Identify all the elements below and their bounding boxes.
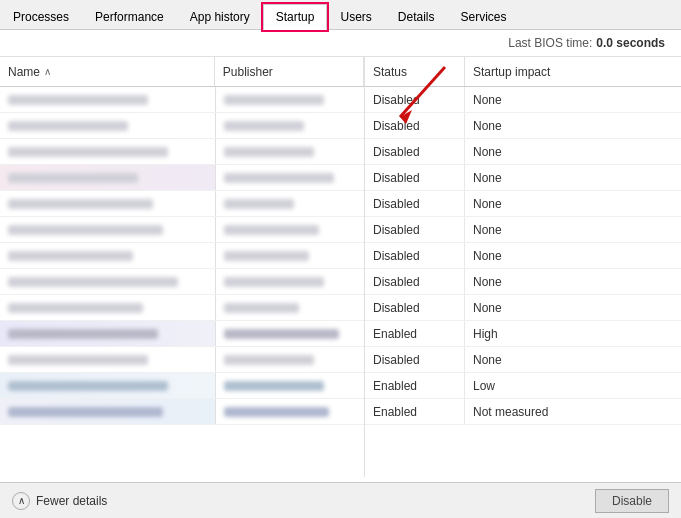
tab-users[interactable]: Users — [327, 3, 384, 29]
blur-row — [0, 347, 364, 373]
left-panel: Name ∧ Publisher — [0, 57, 365, 477]
cell-impact: High — [465, 321, 681, 346]
tab-performance[interactable]: Performance — [82, 3, 177, 29]
table-container: Name ∧ Publisher — [0, 57, 681, 477]
blur-row — [0, 373, 364, 399]
right-col-headers: Status Startup impact — [365, 57, 681, 87]
disable-button[interactable]: Disable — [595, 489, 669, 513]
status-bar: ∧ Fewer details Disable — [0, 482, 681, 518]
table-row[interactable]: Disabled None — [365, 347, 681, 373]
fewer-details-icon: ∧ — [12, 492, 30, 510]
cell-status: Disabled — [365, 243, 465, 268]
sort-arrow-icon: ∧ — [44, 66, 51, 77]
main-content: Last BIOS time: 0.0 seconds Name ∧ Publi… — [0, 30, 681, 482]
cell-status: Disabled — [365, 87, 465, 112]
col-status-header[interactable]: Status — [365, 57, 465, 86]
blur-row — [0, 269, 364, 295]
cell-status: Disabled — [365, 347, 465, 372]
cell-impact: None — [465, 87, 681, 112]
table-row[interactable]: Disabled None — [365, 269, 681, 295]
cell-status: Disabled — [365, 217, 465, 242]
cell-impact: None — [465, 191, 681, 216]
tab-details[interactable]: Details — [385, 3, 448, 29]
table-row[interactable]: Disabled None — [365, 243, 681, 269]
tab-bar: Processes Performance App history Startu… — [0, 0, 681, 30]
cell-impact: None — [465, 243, 681, 268]
cell-status: Disabled — [365, 191, 465, 216]
cell-status: Disabled — [365, 269, 465, 294]
tab-app-history[interactable]: App history — [177, 3, 263, 29]
cell-status: Disabled — [365, 113, 465, 138]
cell-status: Enabled — [365, 399, 465, 424]
col-impact-header[interactable]: Startup impact — [465, 57, 681, 86]
right-panel: Status Startup impact Disabled None Disa… — [365, 57, 681, 477]
cell-impact: None — [465, 139, 681, 164]
cell-impact: None — [465, 295, 681, 320]
cell-impact: None — [465, 113, 681, 138]
tab-startup[interactable]: Startup — [263, 4, 328, 30]
blur-row — [0, 139, 364, 165]
cell-impact: None — [465, 269, 681, 294]
fewer-details-button[interactable]: ∧ Fewer details — [12, 492, 107, 510]
cell-impact: Low — [465, 373, 681, 398]
blur-row — [0, 191, 364, 217]
cell-status: Enabled — [365, 373, 465, 398]
rows-container[interactable]: Disabled None Disabled None Disabled Non… — [365, 87, 681, 477]
table-row[interactable]: Enabled Not measured — [365, 399, 681, 425]
blur-row — [0, 295, 364, 321]
cell-impact: Not measured — [465, 399, 681, 424]
tab-processes[interactable]: Processes — [0, 3, 82, 29]
blur-row — [0, 165, 364, 191]
cell-status: Disabled — [365, 139, 465, 164]
bios-time-label: Last BIOS time: — [508, 36, 592, 50]
blur-row — [0, 113, 364, 139]
cell-impact: None — [465, 217, 681, 242]
table-row[interactable]: Disabled None — [365, 165, 681, 191]
blur-row — [0, 87, 364, 113]
col-name-header[interactable]: Name ∧ — [0, 57, 215, 86]
cell-status: Disabled — [365, 165, 465, 190]
col-publisher-header[interactable]: Publisher — [215, 57, 364, 86]
table-row[interactable]: Enabled Low — [365, 373, 681, 399]
cell-impact: None — [465, 165, 681, 190]
blur-row — [0, 217, 364, 243]
table-row[interactable]: Enabled High — [365, 321, 681, 347]
left-col-headers: Name ∧ Publisher — [0, 57, 364, 87]
bios-time-value: 0.0 seconds — [596, 36, 665, 50]
blur-row — [0, 399, 364, 425]
blur-row — [0, 243, 364, 269]
left-blurred-rows — [0, 87, 364, 477]
table-row[interactable]: Disabled None — [365, 191, 681, 217]
table-row[interactable]: Disabled None — [365, 295, 681, 321]
cell-status: Disabled — [365, 295, 465, 320]
cell-status: Enabled — [365, 321, 465, 346]
table-row[interactable]: Disabled None — [365, 217, 681, 243]
table-row[interactable]: Disabled None — [365, 113, 681, 139]
table-row[interactable]: Disabled None — [365, 139, 681, 165]
table-row[interactable]: Disabled None — [365, 87, 681, 113]
info-bar: Last BIOS time: 0.0 seconds — [0, 30, 681, 57]
tab-services[interactable]: Services — [448, 3, 520, 29]
blur-row — [0, 321, 364, 347]
cell-impact: None — [465, 347, 681, 372]
